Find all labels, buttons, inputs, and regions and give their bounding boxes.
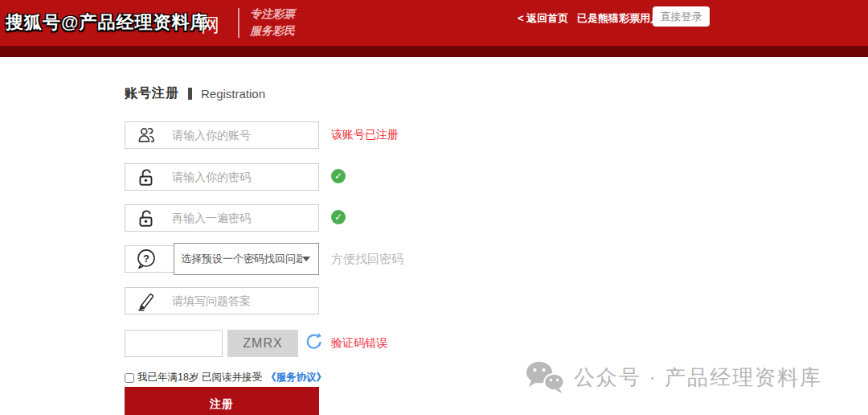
svg-text:?: ? — [143, 253, 149, 265]
password-confirm-input[interactable] — [167, 212, 318, 224]
password-input[interactable] — [167, 171, 318, 183]
header-slogan: 专注彩票 服务彩民 — [250, 6, 295, 39]
unlock-icon — [125, 208, 167, 228]
answer-input[interactable] — [167, 294, 318, 307]
pencil-icon — [125, 290, 167, 311]
back-home-link[interactable]: < 返回首页 — [518, 11, 568, 26]
captcha-image: ZMRX — [227, 330, 298, 357]
password-field-row — [125, 163, 319, 191]
security-question-selected-value: 选择预设一个密码找回问题 — [174, 252, 302, 266]
answer-field-row — [125, 287, 319, 314]
sohu-watermark: 搜狐号@产品经理资料库 — [6, 10, 208, 35]
slogan-line2: 服务彩民 — [250, 23, 295, 39]
registration-page: 搜狐号@产品经理资料库 网 专注彩票 服务彩民 < 返回首页 已是熊猫彩票用户?… — [0, 0, 868, 415]
header-bottom-strip — [0, 46, 868, 57]
account-input[interactable] — [167, 129, 318, 142]
captcha-error-text: 验证码错误 — [331, 336, 387, 351]
page-title-cn: 账号注册 — [125, 85, 179, 102]
header: 搜狐号@产品经理资料库 网 专注彩票 服务彩民 < 返回首页 已是熊猫彩票用户?… — [0, 0, 868, 46]
wechat-watermark: 公众号 · 产品经理资料库 — [524, 360, 822, 395]
question-bubble-icon: ? — [125, 248, 167, 270]
password-valid-check-icon: ✓ — [331, 169, 346, 183]
password-confirm-valid-check-icon: ✓ — [331, 210, 346, 224]
unlock-icon — [125, 166, 167, 187]
slogan-divider — [238, 8, 240, 38]
register-button[interactable]: 注册 — [125, 387, 319, 415]
slogan-line1: 专注彩票 — [250, 6, 295, 23]
security-question-hint: 方便找回密码 — [331, 252, 403, 267]
page-title-en: Registration — [201, 87, 265, 101]
security-question-select[interactable]: 选择预设一个密码找回问题 — [174, 243, 319, 275]
direct-login-button[interactable]: 直接登录 — [653, 6, 710, 27]
age-agreement-checkbox[interactable] — [125, 373, 134, 383]
site-logo-suffix: 网 — [201, 13, 220, 38]
wechat-icon — [524, 360, 566, 395]
wechat-watermark-text: 公众号 · 产品经理资料库 — [574, 364, 822, 392]
agreement-text: 我已年满18岁 已阅读并接受 — [137, 371, 262, 384]
page-title: 账号注册 Registration — [125, 85, 265, 102]
password-confirm-field-row — [125, 204, 319, 232]
agreement-row: 我已年满18岁 已阅读并接受 《服务协议》 — [125, 371, 326, 384]
title-divider-bar — [188, 88, 192, 100]
service-agreement-link[interactable]: 《服务协议》 — [266, 371, 326, 384]
captcha-input[interactable] — [125, 330, 223, 357]
chevron-down-icon — [302, 257, 310, 261]
users-icon — [125, 125, 167, 146]
account-error-text: 该账号已注册 — [331, 128, 399, 142]
refresh-captcha-icon[interactable] — [304, 331, 324, 351]
account-field-row — [125, 121, 319, 149]
